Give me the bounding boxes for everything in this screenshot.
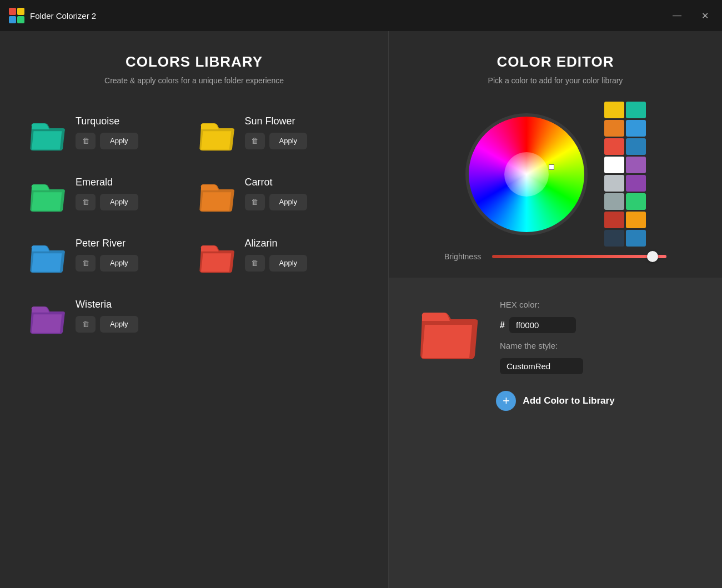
apply-button-sunflower[interactable]: Apply xyxy=(269,133,308,149)
color-wheel-container[interactable] xyxy=(465,113,588,235)
delete-button-peterriver[interactable]: 🗑 xyxy=(76,255,96,272)
colors-library-panel: COLORS LIBRARY Create & apply colors for… xyxy=(0,31,389,588)
color-actions-peterriver: 🗑 Apply xyxy=(76,255,138,272)
library-subtitle: Create & apply colors for a unique folde… xyxy=(28,76,360,85)
wheel-cursor xyxy=(549,164,554,170)
swatch-2[interactable] xyxy=(604,120,624,137)
folder-icon-alizarin xyxy=(197,235,236,274)
add-label: Add Color to Library xyxy=(523,395,614,406)
color-item-carrot: Carrot 🗑 Apply xyxy=(197,168,361,218)
close-button[interactable]: ✕ xyxy=(697,8,713,23)
brightness-row: Brightness xyxy=(417,252,694,261)
hex-section: HEX color: # Name the style: xyxy=(500,294,583,374)
color-name-emerald: Emerald xyxy=(76,177,138,188)
color-actions-alizarin: 🗑 Apply xyxy=(245,255,308,272)
color-info-alizarin: Alizarin 🗑 Apply xyxy=(245,238,308,272)
delete-button-emerald[interactable]: 🗑 xyxy=(76,194,96,210)
swatch-15[interactable] xyxy=(626,230,646,247)
titlebar: Folder Colorizer 2 — ✕ xyxy=(0,0,722,31)
apply-button-peterriver[interactable]: Apply xyxy=(100,255,138,272)
color-editor-panel: COLOR EDITOR Pick a color to add for you… xyxy=(389,31,722,588)
swatch-4[interactable] xyxy=(604,138,624,155)
apply-button-emerald[interactable]: Apply xyxy=(100,194,138,210)
swatch-13[interactable] xyxy=(626,212,646,228)
swatch-1[interactable] xyxy=(626,102,646,118)
svg-rect-2 xyxy=(9,16,16,23)
color-item-sunflower: Sun Flower 🗑 Apply xyxy=(197,107,361,157)
svg-rect-0 xyxy=(9,8,16,15)
editor-controls-row xyxy=(417,102,694,247)
colors-grid: Turquoise 🗑 Apply Sun Flower 🗑 Apply xyxy=(28,107,360,340)
color-name-sunflower: Sun Flower xyxy=(245,115,308,127)
add-btn-row: + Add Color to Library xyxy=(417,391,694,411)
library-title: COLORS LIBRARY xyxy=(28,53,360,71)
main-content: COLORS LIBRARY Create & apply colors for… xyxy=(0,31,722,588)
app-logo xyxy=(9,8,24,23)
swatch-10[interactable] xyxy=(604,193,624,210)
delete-button-alizarin[interactable]: 🗑 xyxy=(245,255,265,272)
folder-icon-sunflower xyxy=(197,113,236,152)
apply-button-wisteria[interactable]: Apply xyxy=(100,316,138,333)
color-info-emerald: Emerald 🗑 Apply xyxy=(76,177,138,210)
apply-button-carrot[interactable]: Apply xyxy=(269,194,308,210)
svg-rect-1 xyxy=(17,8,24,15)
color-info-sunflower: Sun Flower 🗑 Apply xyxy=(245,115,308,149)
color-item-emerald: Emerald 🗑 Apply xyxy=(28,168,192,218)
delete-button-carrot[interactable]: 🗑 xyxy=(245,194,265,210)
apply-button-turquoise[interactable]: Apply xyxy=(100,133,138,149)
color-name-carrot: Carrot xyxy=(245,177,308,188)
style-name-input[interactable] xyxy=(500,358,583,374)
color-actions-wisteria: 🗑 Apply xyxy=(76,316,138,333)
swatch-5[interactable] xyxy=(626,138,646,155)
color-info-peterriver: Peter River 🗑 Apply xyxy=(76,238,138,272)
minimize-button[interactable]: — xyxy=(668,8,686,23)
hex-hash: # xyxy=(500,320,505,330)
swatch-3[interactable] xyxy=(626,120,646,137)
apply-button-alizarin[interactable]: Apply xyxy=(269,255,308,272)
swatch-11[interactable] xyxy=(626,193,646,210)
swatch-14[interactable] xyxy=(604,230,624,247)
swatch-0[interactable] xyxy=(604,102,624,118)
folder-icon-emerald xyxy=(28,174,67,213)
color-name-peterriver: Peter River xyxy=(76,238,138,249)
color-actions-sunflower: 🗑 Apply xyxy=(245,133,308,149)
swatch-7[interactable] xyxy=(626,157,646,173)
color-item-peterriver: Peter River 🗑 Apply xyxy=(28,229,192,279)
color-name-wisteria: Wisteria xyxy=(76,299,138,310)
editor-top: COLOR EDITOR Pick a color to add for you… xyxy=(389,31,722,278)
swatch-9[interactable] xyxy=(626,175,646,192)
swatch-8[interactable] xyxy=(604,175,624,192)
hex-label: HEX color: xyxy=(500,300,583,309)
preview-folder xyxy=(417,294,478,361)
svg-rect-3 xyxy=(17,16,24,23)
color-item-alizarin: Alizarin 🗑 Apply xyxy=(197,229,361,279)
brightness-slider[interactable] xyxy=(492,255,666,258)
folder-icon-peterriver xyxy=(28,235,67,274)
folder-icon-carrot xyxy=(197,174,236,213)
hex-input[interactable] xyxy=(509,317,576,333)
color-item-wisteria: Wisteria 🗑 Apply xyxy=(28,290,192,340)
name-label: Name the style: xyxy=(500,341,583,350)
swatch-12[interactable] xyxy=(604,212,624,228)
color-actions-turquoise: 🗑 Apply xyxy=(76,133,138,149)
color-info-carrot: Carrot 🗑 Apply xyxy=(245,177,308,210)
folder-icon-turquoise xyxy=(28,113,67,152)
hex-input-row: # xyxy=(500,317,583,333)
swatch-6[interactable] xyxy=(604,157,624,173)
color-info-turquoise: Turquoise 🗑 Apply xyxy=(76,115,138,149)
editor-title: COLOR EDITOR xyxy=(497,53,614,71)
color-item-turquoise: Turquoise 🗑 Apply xyxy=(28,107,192,157)
add-color-button[interactable]: + Add Color to Library xyxy=(496,391,614,411)
delete-button-sunflower[interactable]: 🗑 xyxy=(245,133,265,149)
add-icon: + xyxy=(496,391,516,411)
color-actions-emerald: 🗑 Apply xyxy=(76,194,138,210)
delete-button-wisteria[interactable]: 🗑 xyxy=(76,316,96,333)
folder-icon-wisteria xyxy=(28,296,67,335)
delete-button-turquoise[interactable]: 🗑 xyxy=(76,133,96,149)
color-wheel[interactable] xyxy=(465,113,588,235)
color-info-wisteria: Wisteria 🗑 Apply xyxy=(76,299,138,333)
color-name-alizarin: Alizarin xyxy=(245,238,308,249)
window-controls: — ✕ xyxy=(668,8,713,23)
swatches-grid xyxy=(604,102,646,247)
editor-bottom: HEX color: # Name the style: + Add Color… xyxy=(389,278,722,588)
